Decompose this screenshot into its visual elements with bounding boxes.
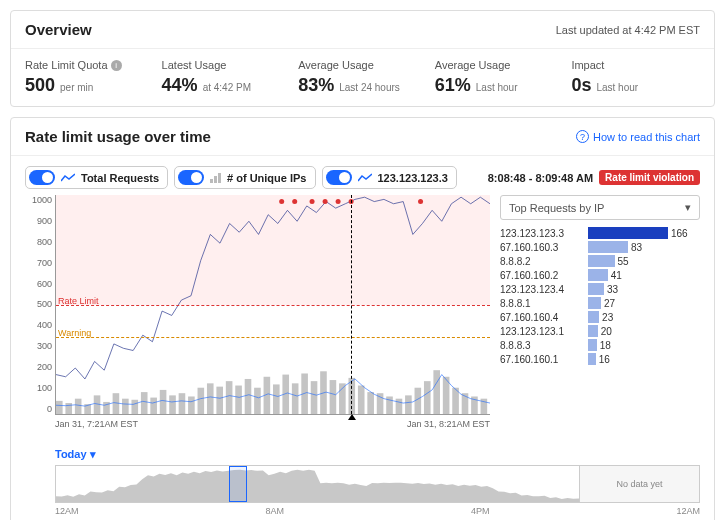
ip-count: 27	[604, 298, 615, 309]
violation-badge: Rate limit violation	[599, 170, 700, 185]
ip-row[interactable]: 67.160.160.3 83	[500, 240, 700, 254]
metric-value: 61%	[435, 75, 471, 96]
time-range-label: 8:08:48 - 8:09:48 AM	[488, 172, 593, 184]
threshold-label: Rate Limit	[58, 296, 99, 306]
ip-count: 16	[599, 354, 610, 365]
metric: Latest Usage 44%at 4:42 PM	[162, 59, 291, 96]
ip-bar	[588, 283, 604, 295]
metric-sub: Last hour	[596, 82, 638, 93]
ip-bar	[588, 227, 668, 239]
ip-bar	[588, 241, 628, 253]
svg-point-50	[336, 199, 341, 204]
ip-row[interactable]: 123.123.123.4 33	[500, 282, 700, 296]
ip-count: 55	[618, 256, 629, 267]
ip-bar	[588, 339, 597, 351]
svg-point-48	[310, 199, 315, 204]
ip-row[interactable]: 123.123.123.3 166	[500, 226, 700, 240]
metric-label: Impact	[571, 59, 700, 71]
chevron-down-icon: ▾	[685, 201, 691, 214]
ip-select[interactable]: Top Requests by IP ▾	[500, 195, 700, 220]
ip-bar	[588, 297, 601, 309]
help-link-label: How to read this chart	[593, 131, 700, 143]
ip-row[interactable]: 8.8.8.1 27	[500, 296, 700, 310]
metric-sub: per min	[60, 82, 93, 93]
metric-value: 0s	[571, 75, 591, 96]
svg-point-46	[279, 199, 284, 204]
toggle-pill[interactable]: 123.123.123.3	[322, 166, 457, 189]
y-axis-ticks: 10009008007006005004003002001000	[26, 195, 52, 414]
toggle-label: # of Unique IPs	[227, 172, 306, 184]
metric-label: Latest Usage	[162, 59, 291, 71]
metric-value: 500	[25, 75, 55, 96]
x-end: Jan 31, 8:21AM EST	[407, 419, 490, 429]
ip-address: 8.8.8.3	[500, 340, 582, 351]
line-icon	[61, 173, 75, 183]
toggle-switch[interactable]	[29, 170, 55, 185]
ip-address: 8.8.8.1	[500, 298, 582, 309]
ip-count: 23	[602, 312, 613, 323]
metric-label: Rate Limit Quotai	[25, 59, 154, 71]
ip-count: 18	[600, 340, 611, 351]
metric-label: Average Usage	[435, 59, 564, 71]
ip-address: 67.160.160.4	[500, 312, 582, 323]
svg-point-49	[323, 199, 328, 204]
cursor-line[interactable]	[351, 195, 352, 414]
ip-count: 33	[607, 284, 618, 295]
metric: Average Usage 83%Last 24 hours	[298, 59, 427, 96]
ip-bar	[588, 311, 599, 323]
ip-count: 41	[611, 270, 622, 281]
today-link[interactable]: Today ▾	[55, 448, 96, 461]
info-icon[interactable]: i	[111, 60, 122, 71]
x-start: Jan 31, 7:21AM EST	[55, 419, 138, 429]
ip-row[interactable]: 67.160.160.2 41	[500, 268, 700, 282]
mini-brush-handle[interactable]	[229, 466, 247, 502]
ip-bar	[588, 353, 596, 365]
svg-point-47	[292, 199, 297, 204]
ip-address: 123.123.123.4	[500, 284, 582, 295]
usage-title: Rate limit usage over time	[25, 128, 211, 145]
threshold-line: Warning	[56, 337, 490, 338]
mini-no-data: No data yet	[579, 466, 699, 502]
metric: Impact 0sLast hour	[571, 59, 700, 96]
usage-card: Rate limit usage over time ? How to read…	[10, 117, 715, 520]
main-chart[interactable]: 10009008007006005004003002001000 Rate Li…	[55, 195, 490, 415]
ip-count: 83	[631, 242, 642, 253]
metric-value: 83%	[298, 75, 334, 96]
overview-card: Overview Last updated at 4:42 PM EST Rat…	[10, 10, 715, 107]
ip-address: 67.160.160.2	[500, 270, 582, 281]
ip-address: 8.8.8.2	[500, 256, 582, 267]
ip-bar	[588, 325, 598, 337]
toggle-switch[interactable]	[178, 170, 204, 185]
right-panel: Top Requests by IP ▾ 123.123.123.3 16667…	[500, 195, 700, 366]
controls-row: Total Requests# of Unique IPs123.123.123…	[11, 156, 714, 195]
mini-chart[interactable]: No data yet	[55, 465, 700, 503]
ip-row[interactable]: 67.160.160.4 23	[500, 310, 700, 324]
ip-row[interactable]: 8.8.8.2 55	[500, 254, 700, 268]
overview-header: Overview Last updated at 4:42 PM EST	[11, 11, 714, 49]
toggle-label: 123.123.123.3	[378, 172, 448, 184]
metric-sub: at 4:42 PM	[203, 82, 251, 93]
toggle-label: Total Requests	[81, 172, 159, 184]
toggle-switch[interactable]	[326, 170, 352, 185]
ip-bar	[588, 255, 615, 267]
overview-strip: Today ▾ No data yet 12AM8AM4PM12AM	[55, 447, 700, 516]
ip-address: 67.160.160.1	[500, 354, 582, 365]
ip-address: 67.160.160.3	[500, 242, 582, 253]
ip-row[interactable]: 67.160.160.1 16	[500, 352, 700, 366]
help-link[interactable]: ? How to read this chart	[576, 130, 700, 143]
ip-count: 166	[671, 228, 688, 239]
metrics-row: Rate Limit Quotai 500per minLatest Usage…	[11, 49, 714, 106]
ip-row[interactable]: 123.123.123.1 20	[500, 324, 700, 338]
metric: Rate Limit Quotai 500per min	[25, 59, 154, 96]
line-icon	[358, 173, 372, 183]
toggle-pill[interactable]: Total Requests	[25, 166, 168, 189]
ip-address: 123.123.123.3	[500, 228, 582, 239]
ip-count: 20	[601, 326, 612, 337]
ip-row[interactable]: 8.8.8.3 18	[500, 338, 700, 352]
ip-list: 123.123.123.3 16667.160.160.3 838.8.8.2 …	[500, 226, 700, 366]
metric-sub: Last 24 hours	[339, 82, 400, 93]
metric-value: 44%	[162, 75, 198, 96]
toggle-pill[interactable]: # of Unique IPs	[174, 166, 315, 189]
threshold-line: Rate Limit	[56, 305, 490, 306]
mini-x-labels: 12AM8AM4PM12AM	[55, 506, 700, 516]
